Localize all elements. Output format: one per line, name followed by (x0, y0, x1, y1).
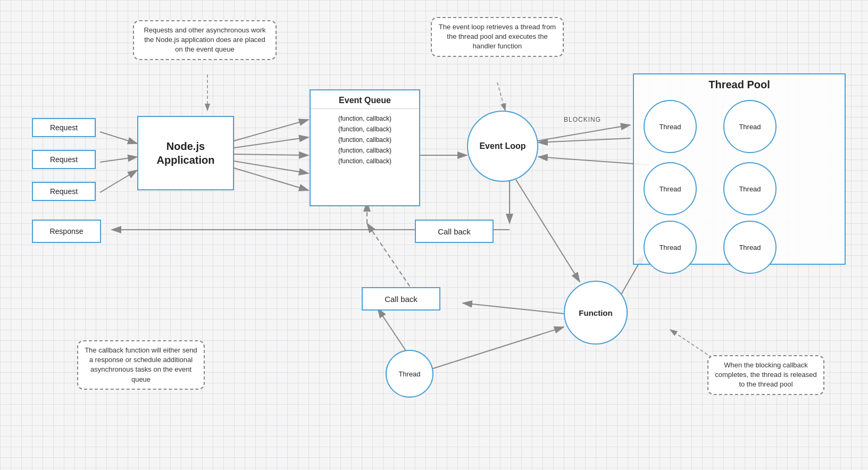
svg-line-21 (430, 327, 564, 370)
svg-line-16 (463, 303, 564, 314)
svg-line-8 (234, 154, 308, 155)
event-queue-box: Event Queue (function, callback) (functi… (310, 89, 420, 206)
svg-line-3 (100, 132, 137, 144)
response-box: Response (32, 220, 101, 243)
event-loop-circle: Event Loop (467, 111, 538, 182)
note-callback-function: The callback function will either send a… (77, 340, 205, 390)
svg-line-5 (100, 170, 137, 192)
svg-line-18 (367, 223, 418, 298)
thread-circle-6: Thread (723, 221, 777, 274)
thread-circle-5: Thread (644, 221, 697, 274)
svg-line-9 (234, 161, 308, 173)
thread-bottom-circle: Thread (386, 350, 433, 398)
diagram-canvas: Request Request Request Node.js Applicat… (0, 0, 868, 470)
note-thread-release: When the blocking callback completes, th… (707, 355, 824, 395)
svg-line-15 (516, 180, 580, 282)
request-box-1: Request (32, 118, 96, 137)
thread-circle-2: Thread (723, 100, 777, 153)
request-box-2: Request (32, 150, 96, 169)
eq-item-2: (function, callback) (338, 124, 391, 135)
eq-item-4: (function, callback) (338, 145, 391, 156)
eq-item-1: (function, callback) (338, 113, 391, 124)
nodejs-app-box: Node.js Application (137, 116, 234, 190)
event-queue-title: Event Queue (311, 96, 419, 109)
svg-line-7 (234, 137, 308, 148)
eq-item-5: (function, callback) (338, 156, 391, 166)
thread-pool-title: Thread Pool (681, 79, 798, 91)
callback-box-1: Call back (415, 220, 494, 243)
svg-line-10 (234, 168, 308, 190)
callback-box-2: Call back (362, 287, 440, 310)
svg-line-12 (537, 125, 630, 141)
svg-line-4 (100, 157, 137, 162)
thread-circle-1: Thread (644, 100, 697, 153)
svg-line-25 (497, 82, 505, 111)
svg-line-26 (538, 157, 649, 165)
function-circle: Function (564, 281, 628, 345)
note-event-loop-retrieve: The event loop retrieves a thread from t… (431, 17, 564, 57)
note-async-work: Requests and other asynchronous work the… (133, 20, 277, 60)
svg-line-6 (234, 120, 308, 141)
eq-item-3: (function, callback) (338, 135, 391, 145)
thread-circle-3: Thread (644, 162, 697, 215)
request-box-3: Request (32, 182, 96, 201)
svg-line-23 (538, 138, 630, 142)
thread-circle-4: Thread (723, 162, 777, 215)
blocking-label: BLOCKING (564, 116, 601, 123)
